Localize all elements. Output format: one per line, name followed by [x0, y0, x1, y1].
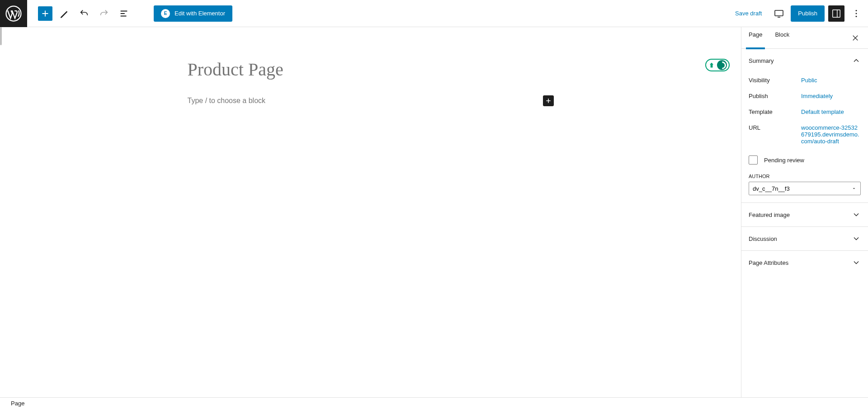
publish-label: Publish — [749, 93, 801, 99]
tools-icon[interactable] — [56, 5, 72, 22]
svg-rect-1 — [775, 10, 783, 16]
summary-panel-body: Visibility Public Publish Immediately Te… — [741, 72, 868, 202]
editor-canvas: Type / to choose a block — [0, 27, 741, 397]
more-options-icon[interactable] — [848, 5, 864, 22]
publish-value[interactable]: Immediately — [801, 93, 861, 99]
chevron-down-icon — [852, 258, 861, 267]
svg-point-5 — [856, 15, 857, 17]
summary-title: Summary — [749, 57, 774, 64]
close-sidebar-icon[interactable] — [850, 33, 861, 43]
tab-block[interactable]: Block — [775, 27, 789, 49]
settings-sidebar-toggle[interactable] — [828, 5, 844, 22]
svg-point-3 — [856, 10, 857, 11]
chevron-down-icon — [852, 234, 861, 243]
redo-icon[interactable] — [96, 5, 112, 22]
template-value[interactable]: Default template — [801, 108, 861, 115]
url-label: URL — [749, 124, 801, 145]
page-title-input[interactable] — [188, 59, 554, 80]
breadcrumb-text[interactable]: Page — [11, 400, 24, 407]
add-block-button[interactable] — [38, 6, 52, 21]
edit-with-elementor-button[interactable]: E Edit with Elementor — [154, 5, 232, 22]
page-attributes-panel[interactable]: Page Attributes — [741, 251, 868, 274]
visibility-value[interactable]: Public — [801, 77, 861, 84]
jetpack-moon-icon — [717, 60, 727, 70]
pending-review-checkbox[interactable] — [749, 155, 758, 165]
bottom-breadcrumb-bar: Page — [0, 397, 868, 409]
page-attributes-title: Page Attributes — [749, 259, 788, 266]
elementor-badge-icon: E — [161, 9, 170, 18]
scrollbar-thumb[interactable] — [0, 27, 2, 45]
author-label: AUTHOR — [749, 174, 861, 179]
featured-image-panel[interactable]: Featured image — [741, 203, 868, 226]
svg-point-4 — [856, 13, 857, 14]
svg-rect-2 — [833, 9, 840, 17]
top-toolbar: E Edit with Elementor Save draft Publish — [0, 0, 868, 27]
url-value[interactable]: woocommerce-32532679195.devrimsdemo.com/… — [801, 124, 861, 145]
discussion-title: Discussion — [749, 235, 777, 242]
featured-image-title: Featured image — [749, 212, 790, 218]
tab-page[interactable]: Page — [749, 27, 762, 49]
author-select[interactable]: dv_c__7n__f3 — [749, 182, 861, 195]
chevron-down-icon — [852, 210, 861, 219]
preview-icon[interactable] — [771, 5, 787, 22]
chevron-up-icon — [852, 56, 861, 65]
document-overview-icon[interactable] — [116, 5, 132, 22]
visibility-label: Visibility — [749, 77, 801, 84]
save-draft-button[interactable]: Save draft — [730, 6, 767, 20]
settings-sidebar: Page Block Summary Visibility Public Pub… — [741, 27, 868, 397]
summary-panel-header[interactable]: Summary — [741, 49, 868, 72]
undo-icon[interactable] — [76, 5, 92, 22]
wordpress-logo[interactable] — [0, 0, 27, 27]
block-placeholder-text[interactable]: Type / to choose a block — [188, 97, 266, 105]
pending-review-label: Pending review — [764, 157, 804, 164]
jetpack-badge[interactable] — [705, 59, 730, 71]
jetpack-upload-icon — [707, 61, 716, 70]
elementor-label: Edit with Elementor — [175, 10, 225, 17]
publish-button[interactable]: Publish — [791, 5, 825, 22]
discussion-panel[interactable]: Discussion — [741, 227, 868, 250]
template-label: Template — [749, 108, 801, 115]
add-block-inline-button[interactable] — [543, 95, 554, 106]
